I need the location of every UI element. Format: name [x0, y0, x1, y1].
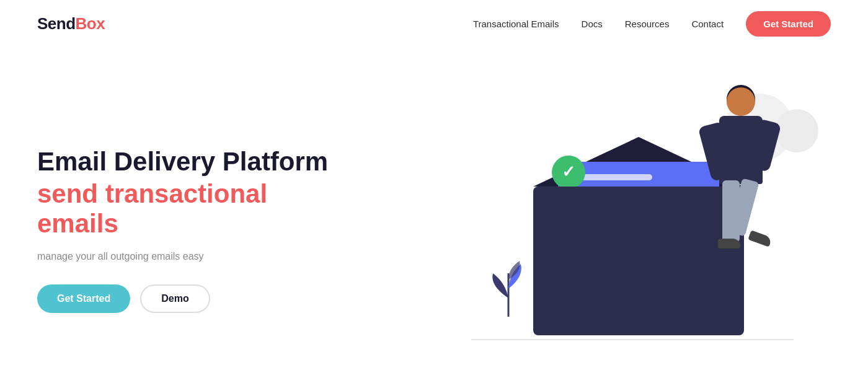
plant-decoration	[484, 255, 533, 317]
hero-illustration: ✓	[434, 75, 831, 372]
hero-buttons: Get Started Demo	[37, 284, 347, 313]
nav-resources[interactable]: Resources	[625, 19, 670, 29]
hero-demo-button[interactable]: Demo	[140, 284, 210, 313]
char-shoe-right	[748, 230, 772, 247]
hero-title-line2: send transactional emails	[37, 179, 347, 239]
character	[701, 87, 781, 286]
hero-content: Email Delivery Platform send transaction…	[37, 134, 347, 314]
check-icon: ✓	[562, 164, 575, 180]
logo: SendBox	[37, 14, 105, 33]
nav-get-started-button[interactable]: Get Started	[746, 11, 831, 37]
char-head	[727, 87, 755, 116]
main-nav: Transactional Emails Docs Resources Cont…	[473, 11, 831, 37]
nav-docs[interactable]: Docs	[582, 19, 603, 29]
char-shoe-left	[718, 239, 740, 249]
hero-get-started-button[interactable]: Get Started	[37, 284, 130, 313]
hero-title-line1: Email Delivery Platform	[37, 147, 347, 177]
hero-subtitle: manage your all outgoing emails easy	[37, 251, 347, 262]
logo-box: Box	[76, 14, 105, 33]
hero-section: Email Delivery Platform send transaction…	[0, 48, 868, 381]
nav-transactional-emails[interactable]: Transactional Emails	[473, 19, 559, 29]
nav-contact[interactable]: Contact	[691, 19, 724, 29]
check-badge: ✓	[552, 156, 585, 189]
logo-send: Send	[37, 14, 76, 33]
ground-line	[471, 339, 794, 340]
deco-circle-2	[775, 109, 818, 152]
header: SendBox Transactional Emails Docs Resour…	[0, 0, 868, 48]
